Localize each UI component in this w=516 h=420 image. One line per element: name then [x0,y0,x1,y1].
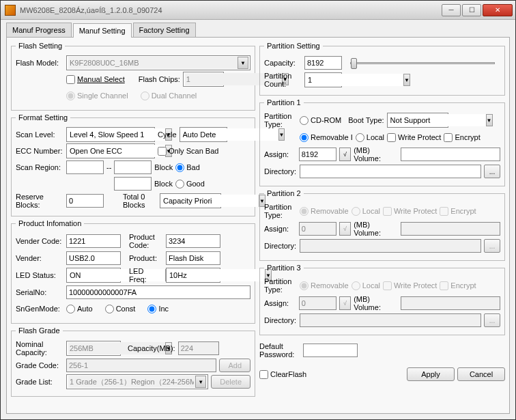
p1-boot-type-label: Boot Type: [348,116,384,124]
chevron-down-icon[interactable]: ▼ [403,74,410,86]
p1-assign-input[interactable] [299,148,336,161]
nominal-select[interactable]: ▼ [66,341,121,356]
reserve-blocks-input[interactable] [66,194,104,208]
only-scan-bad-checkbox[interactable] [158,147,167,156]
flash-grade-legend: Flash Grade [16,326,63,335]
flash-grade-group: Flash Grade Nominal Capacity: ▼ Capacity… [11,326,255,397]
slider-thumb[interactable] [351,58,357,69]
sn-auto-radio[interactable] [66,305,75,313]
serial-input[interactable] [66,285,250,299]
only-scan-bad-label: Only Scan Bad [169,147,218,155]
p1-write-protect-checkbox[interactable] [387,133,396,142]
flash-model-value [68,57,238,69]
maximize-button[interactable]: ☐ [462,4,481,16]
led-freq-label: LED Freq: [129,267,163,283]
capacity-mb-label: Capacity(MB): [128,344,175,352]
partition2-legend: Partition 2 [264,189,304,197]
flash-model-select[interactable]: ▼ [66,55,250,70]
p3-check-button: √ [339,296,352,310]
p1-type-label: Partition Type: [264,112,297,128]
p2-type-label: Partition Type: [264,203,297,219]
p1-encrypt-checkbox[interactable] [444,133,453,142]
add-button: Add [219,359,250,372]
apply-button[interactable]: Apply [407,367,455,381]
sn-const-radio[interactable] [105,305,114,313]
capacity-mb-input [178,341,219,355]
p1-boot-type-select[interactable]: ▼ [387,113,448,128]
minimize-button[interactable]: ─ [442,4,461,16]
scan-region-from[interactable] [66,160,104,174]
cancel-button[interactable]: Cancel [457,367,505,381]
single-channel-label: Single Channel [77,92,128,100]
scan-region-to[interactable] [114,160,152,174]
nominal-label: Nominal Capacity: [16,340,63,356]
flash-chips-label: Flash Chips: [139,75,180,83]
grade-code-label: Grade Code: [16,361,63,369]
p1-volume-input[interactable] [401,148,500,161]
close-button[interactable]: ✕ [483,4,513,16]
reserve-blocks-label: Reserve Blocks: [16,193,63,209]
flash-setting-legend: Flash Setting [16,42,65,50]
titlebar: MW6208E_8208Áz,úa¤Íß_1.2.0.8_090724 ─ ☐ … [1,1,515,20]
good-radio[interactable] [175,180,184,188]
p1-browse-button[interactable]: ... [484,165,500,178]
tab-manuf-progress[interactable]: Manuf Progress [6,23,72,37]
partition-count-select[interactable]: ▼ [304,72,342,87]
capacity-slider[interactable] [350,62,495,64]
grade-list-select[interactable]: ▼ [66,374,208,389]
p1-directory-label: Directory: [264,167,297,176]
p2-removable-radio [300,207,309,216]
p3-directory-input [300,313,481,327]
block-label: Block [154,163,173,171]
p1-check-button[interactable]: √ [339,148,352,161]
chevron-down-icon[interactable]: ▼ [486,114,493,126]
p1-cdrom-radio[interactable] [300,116,309,125]
product-code-input[interactable] [166,234,220,248]
product-input[interactable] [166,251,220,265]
delete-button: Delete [211,375,250,389]
vender-code-input[interactable] [66,234,121,248]
partition-setting-legend: Partition Setting [264,42,323,50]
capacity-input[interactable] [304,56,342,70]
product-info-group: Product Infomation Vender Code: Product … [11,219,255,324]
partition-count-label: Partition Count: [264,72,302,88]
clear-flash-checkbox[interactable] [259,370,268,379]
p1-local-radio[interactable] [356,133,364,142]
tab-manuf-setting[interactable]: Manuf Setting [73,23,132,38]
partition1-group: Partition 1 Partition Type: CD-ROM Boot … [259,98,505,186]
bad-radio[interactable] [175,163,184,172]
partition3-group: Partition 3 Partition Type: Removable Lo… [259,264,505,335]
ecc-select[interactable]: ▼ [66,143,155,158]
format-setting-group: Format Setting Scan Level: ▼ Cycle ▼ [11,113,255,216]
product-info-legend: Product Infomation [16,219,84,227]
p3-assign-label: Assign: [264,299,296,307]
manual-select-checkbox[interactable] [66,75,75,84]
grade-list-label: Grade List: [16,378,63,386]
p2-browse-button: ... [484,239,500,253]
tab-strip: Manuf Progress Manuf Setting Factory Set… [6,23,510,38]
p2-directory-label: Directory: [264,242,297,250]
format-setting-legend: Format Setting [16,113,70,122]
scan-region-to2[interactable] [114,177,152,191]
p1-directory-input[interactable] [300,165,481,178]
sn-inc-radio[interactable] [147,305,156,313]
p1-removable-radio[interactable] [300,133,309,142]
default-password-input[interactable] [303,344,358,357]
capacity-priority-select[interactable]: ▼ [160,193,221,208]
led-freq-select[interactable]: ▼ [166,268,220,283]
led-status-select[interactable]: ▼ [66,268,121,283]
single-channel-radio [66,92,75,100]
chevron-down-icon[interactable]: ▼ [238,57,248,69]
partition2-group: Partition 2 Partition Type: Removable Lo… [259,189,505,261]
chevron-down-icon[interactable]: ▼ [195,376,206,388]
tab-factory-setting[interactable]: Factory Setting [133,23,196,37]
flash-chips-select[interactable]: ▼ [183,72,224,87]
vender-label: Vender: [16,254,63,262]
p2-assign-label: Assign: [264,225,296,233]
vender-input[interactable] [66,251,121,265]
p2-write-protect-checkbox [383,207,392,216]
default-password-label: Default Password: [259,342,300,359]
p2-directory-input [300,239,481,253]
scan-level-select[interactable]: ▼ [66,127,155,142]
cycle-select[interactable]: ▼ [180,127,227,142]
